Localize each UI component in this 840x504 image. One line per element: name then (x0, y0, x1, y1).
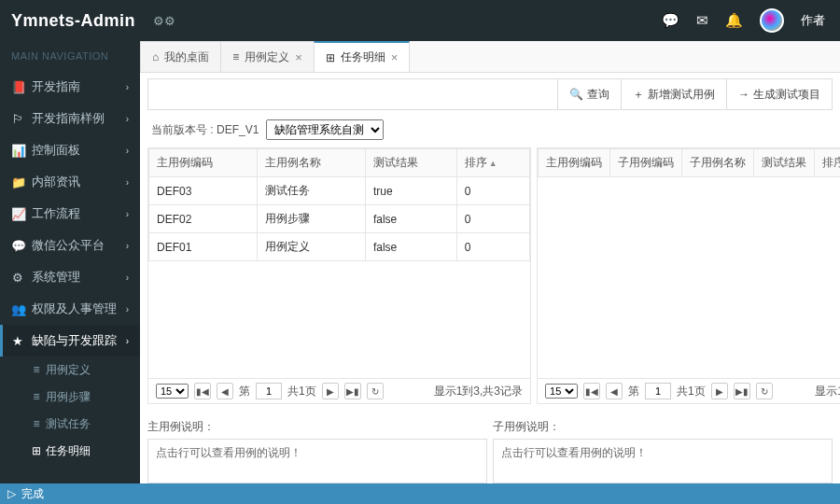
refresh-button[interactable]: ↻ (756, 383, 773, 399)
sidebar: MAIN NAVIGATION 📕开发指南›🏳开发指南样例›📊控制面板›📁内部资… (0, 41, 140, 483)
sidebar-item-label: 微信公众平台 (32, 237, 105, 254)
tab[interactable]: ⌂我的桌面 (140, 41, 221, 72)
sidebar-item[interactable]: 📕开发指南› (0, 71, 140, 103)
chevron-right-icon: › (126, 273, 129, 283)
chevron-right-icon: › (126, 304, 129, 315)
column-header[interactable]: 主用例编码 (539, 149, 610, 177)
column-header[interactable]: 主用例编码 (149, 149, 258, 177)
sidebar-item[interactable]: 📁内部资讯› (0, 166, 140, 198)
close-icon[interactable]: × (295, 50, 302, 64)
prev-page-button[interactable]: ◀ (217, 383, 233, 399)
table-row[interactable]: DEF03测试任务true0 (149, 177, 530, 205)
first-page-button[interactable]: ▮◀ (194, 383, 211, 399)
sidebar-subitem[interactable]: ≡ 测试任务 (0, 411, 140, 438)
query-button[interactable]: 🔍查询 (557, 79, 621, 109)
menu-icon: ★ (11, 334, 24, 348)
table-row[interactable]: DEF01用例定义false0 (149, 233, 530, 261)
sidebar-item[interactable]: 🏳开发指南样例› (0, 103, 140, 134)
table-cell: false (365, 205, 456, 233)
search-input[interactable] (148, 79, 557, 109)
pager-info: 显示1到15,共15记录 (815, 384, 840, 399)
avatar[interactable] (760, 8, 784, 33)
chevron-right-icon: › (126, 114, 129, 124)
menu-icon: 👥 (11, 302, 24, 316)
status-icon: ▷ (7, 487, 16, 500)
detail-label: 主用例说明： (147, 415, 487, 439)
sidebar-item-label: 工作流程 (32, 205, 80, 222)
topbar-actions: 💬 ✉ 🔔 作者 (662, 8, 840, 33)
status-text: 完成 (21, 486, 44, 502)
detail-text: 点击行可以查看用例的说明！ (147, 439, 487, 483)
tab-icon: ⌂ (152, 50, 159, 63)
column-header[interactable]: 排序▲ (815, 149, 840, 177)
chevron-right-icon: › (126, 177, 129, 188)
last-page-button[interactable]: ▶▮ (734, 383, 750, 399)
table-cell: 0 (456, 205, 529, 233)
bell-icon[interactable]: 🔔 (725, 12, 743, 29)
tab-label: 任务明细 (341, 49, 385, 65)
topbar: Ymnets-Admin ⚙⚙ 💬 ✉ 🔔 作者 (0, 0, 840, 41)
user-label[interactable]: 作者 (801, 12, 825, 29)
close-icon[interactable]: × (391, 50, 399, 64)
refresh-button[interactable]: ↻ (367, 383, 384, 399)
chat-icon[interactable]: 💬 (662, 12, 679, 29)
next-page-button[interactable]: ▶ (711, 383, 728, 399)
mail-icon[interactable]: ✉ (696, 12, 708, 29)
table-cell: 0 (456, 177, 529, 205)
column-header[interactable]: 子用例编码 (610, 149, 682, 177)
menu-icon: ≡ (30, 363, 43, 376)
left-pane: 主用例编码主用例名称测试结果排序▲ DEF03测试任务true0DEF02用例步… (147, 147, 531, 404)
page-size-select[interactable]: 15 (156, 384, 189, 399)
column-header[interactable]: 测试结果 (754, 149, 815, 177)
tab[interactable]: ≡用例定义× (220, 41, 315, 72)
generate-button[interactable]: →生成测试项目 (726, 79, 832, 109)
add-test-button[interactable]: ＋新增测试用例 (621, 79, 726, 109)
column-header[interactable]: 子用例名称 (682, 149, 754, 177)
table-cell: DEF01 (149, 233, 258, 261)
last-page-button[interactable]: ▶▮ (344, 383, 361, 399)
sidebar-item[interactable]: ★缺陷与开发跟踪› (0, 325, 140, 357)
menu-icon: ≡ (30, 417, 43, 430)
sidebar-subitem[interactable]: ≡ 用例定义 (0, 357, 140, 384)
toolbar: 🔍查询 ＋新增测试用例 →生成测试项目 (147, 78, 833, 110)
sidebar-item[interactable]: ⚙系统管理› (0, 261, 140, 293)
sidebar-item-label: 内部资讯 (32, 174, 80, 190)
page-input[interactable] (256, 383, 282, 399)
version-row: 当前版本号 : DEF_V1 缺陷管理系统自测 (140, 116, 840, 147)
page-size-select[interactable]: 15 (545, 384, 578, 399)
sidebar-header: MAIN NAVIGATION (0, 41, 140, 71)
column-header[interactable]: 主用例名称 (257, 149, 365, 177)
page-input[interactable] (645, 383, 671, 399)
table-cell: 0 (456, 233, 529, 261)
menu-icon: 📁 (11, 175, 24, 189)
sidebar-item-label: 开发指南样例 (32, 110, 105, 127)
tab-icon: ≡ (232, 50, 239, 63)
sidebar-subitem-label: 用例步骤 (46, 390, 91, 403)
sidebar-item[interactable]: 💬微信公众平台› (0, 230, 140, 261)
menu-icon: 📊 (11, 144, 24, 158)
left-pager: 15 ▮◀ ◀ 第 共1页 ▶ ▶▮ ↻ 显示1到3,共3记录 (148, 378, 530, 403)
table-row[interactable]: DEF02用例步骤false0 (149, 205, 530, 233)
tab[interactable]: ⊞任务明细× (314, 41, 411, 72)
version-select[interactable]: 缺陷管理系统自测 (266, 119, 384, 140)
right-pane: 主用例编码子用例编码子用例名称测试结果排序▲执行顺序 15 ▮◀ ◀ 第 共1页… (537, 147, 840, 404)
sidebar-subitem[interactable]: ≡ 用例步骤 (0, 384, 140, 411)
sidebar-item[interactable]: 📈工作流程› (0, 198, 140, 230)
menu-icon: ≡ (30, 390, 43, 403)
sidebar-item-label: 开发指南 (32, 78, 80, 95)
status-bar: ▷ 完成 (0, 483, 840, 504)
column-header[interactable]: 测试结果 (365, 149, 456, 177)
left-grid: 主用例编码主用例名称测试结果排序▲ DEF03测试任务true0DEF02用例步… (148, 148, 530, 378)
main: ⌂我的桌面≡用例定义×⊞任务明细× 🔍查询 ＋新增测试用例 →生成测试项目 当前… (140, 41, 840, 483)
prev-page-button[interactable]: ◀ (606, 383, 623, 399)
tab-icon: ⊞ (326, 51, 335, 64)
sidebar-item[interactable]: 👥权限及人事管理› (0, 293, 140, 325)
arrow-icon: → (738, 88, 749, 101)
table-cell: false (365, 233, 456, 261)
sidebar-item[interactable]: 📊控制面板› (0, 134, 140, 166)
next-page-button[interactable]: ▶ (322, 383, 339, 399)
first-page-button[interactable]: ▮◀ (583, 383, 600, 399)
column-header[interactable]: 排序▲ (456, 149, 529, 177)
sidebar-subitem[interactable]: ⊞ 任务明细 (0, 438, 140, 465)
gears-icon[interactable]: ⚙⚙ (153, 14, 175, 28)
